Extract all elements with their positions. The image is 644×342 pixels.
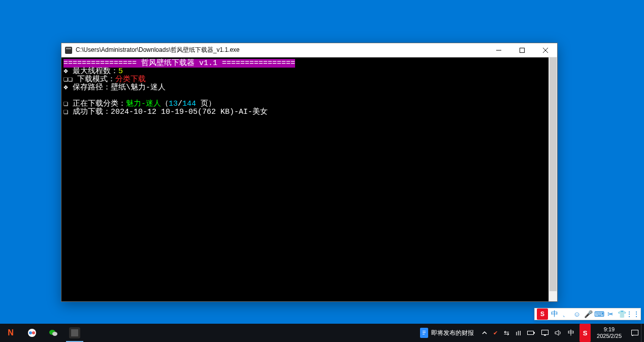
window-titlebar[interactable]: C:\Users\Administrator\Downloads\哲风壁纸下载器… (61, 43, 557, 57)
tray-sync-icon[interactable]: ⇆ (501, 324, 512, 342)
dl-paren-close: ） (208, 100, 216, 108)
tray-time-text: 9:19 (597, 326, 622, 333)
svg-rect-10 (423, 331, 426, 331)
window-title: C:\Users\Administrator\Downloads\哲风壁纸下载器… (76, 46, 487, 54)
line3-marker: ❖ (63, 83, 68, 92)
tray-display-icon[interactable] (538, 324, 552, 342)
dl-pages: 页 (196, 100, 208, 108)
app-icon (61, 46, 76, 54)
header-border-left: ================ (63, 59, 137, 68)
console-window: C:\Users\Administrator\Downloads\哲风壁纸下载器… (61, 43, 558, 302)
ime-tool-button[interactable]: ✂ (605, 308, 616, 320)
svg-point-7 (52, 332, 57, 336)
news-icon (420, 328, 428, 338)
svg-rect-17 (632, 330, 638, 335)
svg-rect-13 (528, 331, 534, 335)
tray-volume-icon[interactable] (552, 324, 565, 342)
show-desktop-button[interactable] (641, 324, 644, 342)
svg-rect-16 (544, 335, 546, 336)
ok-prefix: 成功下载： (68, 108, 111, 116)
dl-slash: / (178, 100, 182, 108)
svg-rect-8 (71, 329, 78, 336)
line2-value: 分类下载 (115, 75, 146, 84)
ime-toolbar[interactable]: S 中 、 ☺ 🎤 ⌨ ✂ 👕 ⋮⋮ (534, 308, 641, 320)
svg-point-5 (32, 331, 35, 334)
close-button[interactable] (534, 43, 557, 57)
dl-current: 13 (169, 100, 178, 108)
ime-lang-button[interactable]: 中 (549, 308, 560, 320)
svg-rect-14 (534, 332, 535, 334)
line3-label: 保存路径： (68, 83, 111, 92)
dl-total: 144 (182, 100, 196, 108)
line1-value: 5 (118, 67, 123, 76)
line1-label: 最大线程数： (68, 67, 118, 76)
ime-emoji-button[interactable]: ☺ (571, 308, 583, 320)
svg-rect-11 (423, 332, 426, 333)
dl-paren-open: （ (161, 100, 169, 108)
terminal-body: ================ 哲风壁纸下载器 v1.1 ==========… (61, 57, 557, 301)
header-title: 哲风壁纸下载器 v1.1 (137, 59, 222, 68)
svg-rect-12 (423, 334, 425, 334)
tray-date-text: 2025/2/25 (597, 333, 622, 339)
tray-chevron-icon[interactable] (479, 324, 490, 342)
svg-rect-15 (542, 330, 549, 335)
tray-clock[interactable]: 9:19 2025/2/25 (593, 326, 626, 339)
tray-ime-icon[interactable]: S (579, 324, 591, 342)
header-border-right: ================ (222, 59, 295, 68)
taskbar: N 即将发布的财报 ✔ ⇆ ıII 中 S (0, 324, 644, 342)
svg-point-4 (29, 331, 32, 334)
dl-prefix: 正在下载分类： (68, 100, 126, 108)
ime-keyboard-button[interactable]: ⌨ (594, 308, 605, 320)
wechat-icon (48, 327, 59, 338)
line2-marker: ❏❏ (63, 75, 73, 84)
tray-lang-indicator[interactable]: 中 (565, 324, 577, 342)
app-icon-2 (26, 327, 38, 338)
taskbar-news-widget[interactable]: 即将发布的财报 (415, 324, 479, 342)
svg-rect-2 (520, 48, 525, 52)
news-text: 即将发布的财报 (431, 329, 474, 337)
line1-marker: ❖ (63, 67, 68, 76)
tray-battery-icon[interactable] (524, 324, 538, 342)
ime-menu-button[interactable]: ⋮⋮ (627, 308, 638, 320)
terminal-output[interactable]: ================ 哲风壁纸下载器 v1.1 ==========… (61, 57, 549, 301)
dl-category: 魅力-迷人 (126, 100, 161, 108)
minimize-button[interactable] (487, 43, 510, 57)
ime-logo-icon[interactable]: S (537, 308, 548, 320)
vertical-scrollbar[interactable] (549, 57, 557, 301)
dl-marker: ❏ (63, 100, 68, 108)
system-tray: ✔ ⇆ ıII 中 S 9:19 2025/2/25 (479, 324, 644, 342)
line3-value: 壁纸\魅力-迷人 (111, 83, 166, 92)
scrollbar-thumb[interactable] (550, 57, 557, 291)
ok-text: 2024-10-12 10-19-05(762 KB)-AI-美女 (111, 108, 268, 116)
taskbar-app-2[interactable] (21, 324, 43, 342)
ime-punct-button[interactable]: 、 (560, 308, 571, 320)
line2-label: 下载模式： (73, 75, 115, 84)
taskbar-app-wechat[interactable] (43, 324, 64, 342)
ime-voice-button[interactable]: 🎤 (583, 308, 594, 320)
taskbar-app-running[interactable] (64, 324, 85, 342)
ok-marker: ❏ (63, 108, 68, 116)
svg-rect-1 (66, 48, 71, 49)
taskbar-app-1[interactable]: N (0, 324, 21, 342)
app-icon-1: N (5, 327, 16, 338)
tray-security-icon[interactable]: ✔ (490, 324, 501, 342)
tray-bars-icon[interactable]: ıII (512, 324, 524, 342)
maximize-button[interactable] (510, 43, 534, 57)
running-app-icon (69, 327, 80, 338)
